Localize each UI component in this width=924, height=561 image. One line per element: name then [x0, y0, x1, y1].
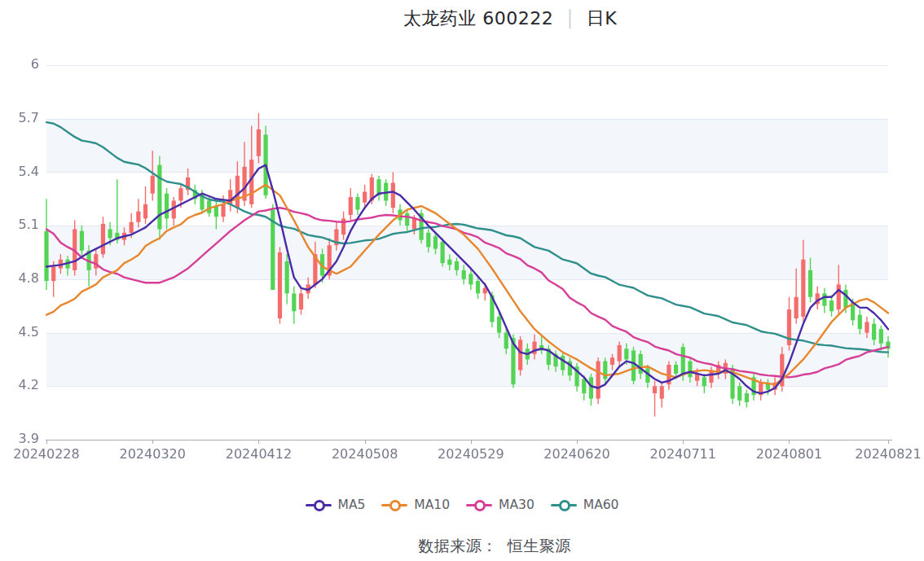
data-source-note: 数据来源：恒生聚源	[33, 536, 924, 557]
data-source-label: 数据来源：	[418, 537, 498, 554]
legend-label-ma10: MA10	[414, 497, 450, 512]
legend-item-ma30[interactable]: MA30	[466, 497, 535, 512]
kline-chart-page: 太龙药业 600222│日K MA5 MA10 MA30 MA60 数据来源：恒…	[0, 0, 924, 561]
ma30-line-marker-icon	[466, 500, 492, 511]
ma5-line-marker-icon	[306, 500, 332, 511]
legend-item-ma10[interactable]: MA10	[381, 497, 450, 512]
ma60-line-marker-icon	[551, 500, 577, 511]
data-source-name: 恒生聚源	[508, 537, 571, 554]
legend-label-ma5: MA5	[338, 497, 366, 512]
ma-legend: MA5 MA10 MA30 MA60	[0, 494, 924, 515]
candlestick-chart-canvas[interactable]	[0, 0, 924, 489]
legend-label-ma30: MA30	[499, 497, 535, 512]
ma10-line-marker-icon	[381, 500, 407, 511]
legend-item-ma60[interactable]: MA60	[551, 497, 619, 512]
legend-label-ma60: MA60	[583, 497, 619, 512]
legend-item-ma5[interactable]: MA5	[306, 497, 366, 512]
